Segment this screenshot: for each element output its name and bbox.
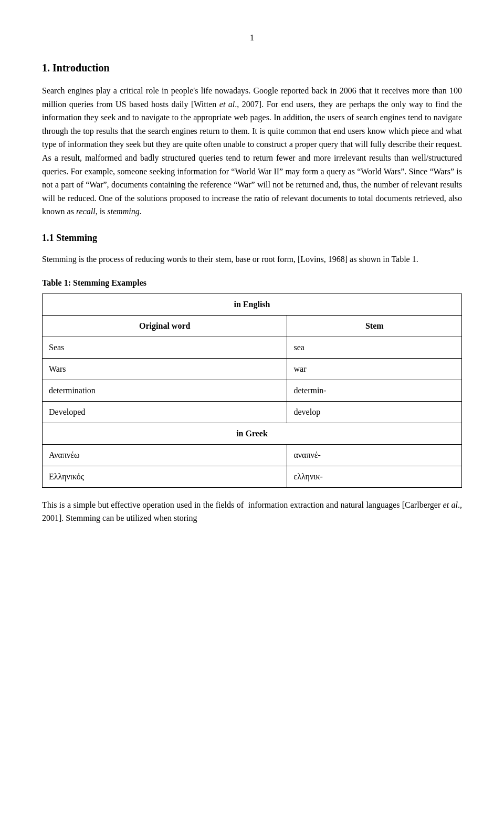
stem-cell: αναπνέ-	[287, 444, 462, 466]
section-heading: Introduction	[52, 62, 110, 74]
stem-header: Stem	[287, 315, 462, 337]
original-word-cell: Αναπνέω	[43, 444, 287, 466]
table-row: Wars war	[43, 358, 462, 380]
original-word-cell: determination	[43, 380, 287, 401]
original-word-cell: Seas	[43, 337, 287, 358]
table-row: Ελληνικός ελληνικ-	[43, 466, 462, 487]
table-row: Developed develop	[43, 401, 462, 423]
subsection-title: 1.1 Stemming	[42, 231, 462, 245]
stemming-table: in English Original word Stem Seas sea W…	[42, 294, 462, 488]
page: 1 1. Introduction Search engines play a …	[0, 0, 504, 838]
section-title: 1. Introduction	[42, 60, 462, 76]
subsection-number: 1.1	[42, 233, 54, 243]
stemming-paragraph1: Stemming is the process of reducing word…	[42, 253, 462, 266]
table-subheader-row: Original word Stem	[43, 315, 462, 337]
table-row: Seas sea	[43, 337, 462, 358]
page-number: 1	[42, 32, 462, 44]
original-word-cell: Wars	[43, 358, 287, 380]
section-number: 1.	[42, 62, 50, 74]
subsection-heading: Stemming	[56, 233, 97, 243]
stem-cell: war	[287, 358, 462, 380]
table-greek-header-row: in Greek	[43, 423, 462, 444]
intro-paragraph: Search engines play a critical role in p…	[42, 84, 462, 218]
original-word-cell: Developed	[43, 401, 287, 423]
table-header-row: in English	[43, 294, 462, 315]
stem-cell: develop	[287, 401, 462, 423]
table-row: Αναπνέω αναπνέ-	[43, 444, 462, 466]
stem-cell: ελληνικ-	[287, 466, 462, 487]
table-caption: Table 1: Stemming Examples	[42, 277, 462, 289]
in-english-header: in English	[43, 294, 462, 315]
table-row: determination determin-	[43, 380, 462, 401]
stem-cell: determin-	[287, 380, 462, 401]
stemming-paragraph2: This is a simple but effective operation…	[42, 498, 462, 525]
original-word-cell: Ελληνικός	[43, 466, 287, 487]
original-word-header: Original word	[43, 315, 287, 337]
in-greek-header: in Greek	[43, 423, 462, 444]
stem-cell: sea	[287, 337, 462, 358]
